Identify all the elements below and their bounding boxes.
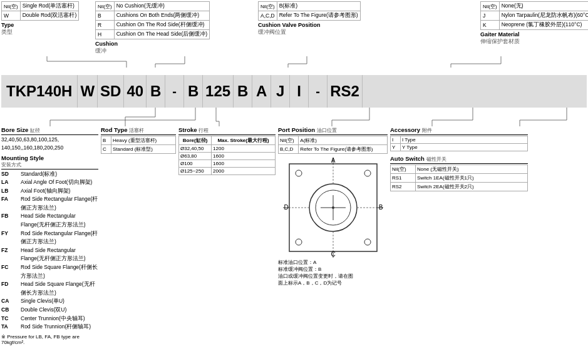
port-nil-row: Nil(空) A(标准) bbox=[279, 136, 388, 145]
stroke-title-text: Stroke bbox=[178, 126, 197, 133]
bore-title-jp: 缸径 bbox=[30, 128, 40, 133]
mount-fd-desc: Head Side Square Flange(无杆侧长方形法兰) bbox=[21, 280, 98, 297]
mc-sd: SD bbox=[98, 75, 124, 108]
acc-i-desc: I Type bbox=[401, 136, 528, 144]
cushion-valve-section: Nil(空) B(标准) A,C,D Refer To The Figure(请… bbox=[258, 1, 377, 55]
diagram-note2: 标准缓冲阀位置：B bbox=[278, 266, 388, 273]
mc-j: J bbox=[271, 75, 290, 108]
mc-rs2: RS2 bbox=[328, 75, 363, 108]
port-bcd-desc: Refer To The Figure(请参考图形) bbox=[299, 145, 388, 154]
stroke-bore-1: Ø32,40,50 bbox=[179, 145, 212, 153]
stroke-row-3: Ø100 1600 bbox=[179, 160, 276, 168]
acc-i-code: I bbox=[391, 136, 401, 144]
mc-tkp140h: TKP140H bbox=[1, 75, 78, 108]
mount-title-text: Mounting Style bbox=[1, 154, 44, 161]
svg-text:B: B bbox=[378, 204, 383, 211]
switch-rs1-desc: Switch 1EA(磁性开关1只) bbox=[416, 174, 528, 183]
stroke-header: Bore(缸径) Max. Stroke(最大行程) bbox=[179, 136, 276, 145]
stroke-title-jp: 行程 bbox=[199, 128, 209, 133]
bore-title: Bore Size 缸径 bbox=[1, 126, 98, 134]
svg-point-39 bbox=[364, 239, 371, 245]
bore-title-text: Bore Size bbox=[1, 126, 28, 133]
cv-acd-desc: Refer To The Figure(请参考图形) bbox=[277, 11, 360, 21]
rod-b-code: B bbox=[101, 136, 111, 145]
stroke-col-max: Max. Stroke(最大行程) bbox=[212, 136, 276, 145]
acc-i-row: I I Type bbox=[391, 136, 528, 144]
bottom-area: Bore Size 缸径 32,40,50,63,80,100,125,140,… bbox=[0, 126, 588, 345]
rod-c-row: C Standard (标准型) bbox=[101, 145, 176, 154]
mount-fa-desc: Rod Side Rectangular Flange(杆侧正方形法兰) bbox=[21, 195, 98, 212]
gaiter-k-code: K bbox=[481, 21, 500, 30]
gaiter-nil-desc: None(无) bbox=[499, 2, 588, 11]
mount-fz-desc: Head Side Rectangular Flange(无杆侧正方形法兰) bbox=[21, 246, 98, 263]
mc-b1: B bbox=[147, 75, 165, 108]
svg-point-35 bbox=[332, 206, 334, 209]
svg-text:C: C bbox=[331, 251, 335, 258]
stroke-bore-2: Ø63,80 bbox=[179, 153, 212, 160]
stroke-title: Stroke 行程 bbox=[178, 126, 276, 134]
accessory-section: Accessory 附件 I I Type Y Y Type bbox=[390, 126, 528, 151]
cv-label-row: Cushion Valve Position bbox=[258, 22, 377, 28]
mc-w: W bbox=[78, 75, 98, 108]
mount-tc: TCCenter Trunnion(中央轴耳) bbox=[1, 315, 98, 323]
gaiter-k-desc: Neoprene (氯丁橡胶外层)(110°C) bbox=[499, 21, 588, 30]
connector-lines-top bbox=[0, 55, 588, 75]
mount-lb-desc: Axial Foot(轴向脚架) bbox=[21, 187, 70, 196]
stroke-max-3: 1600 bbox=[212, 160, 276, 168]
acc-y-code: Y bbox=[391, 144, 401, 151]
svg-text:D: D bbox=[284, 204, 288, 211]
diagram-note4: 面上标示A，B，C，D为记号 bbox=[278, 280, 388, 286]
mc-i: I bbox=[290, 75, 309, 108]
mount-sd-desc: Standard(标准) bbox=[21, 170, 57, 179]
mount-fy: FYRod Side Rectangular Flange(杆侧正方形法兰) bbox=[1, 230, 98, 246]
cushion-label-row: Cushion bbox=[95, 41, 258, 47]
rod-b-desc: Heavy (重型活塞杆) bbox=[111, 136, 176, 145]
type-table: Nil(空) Single Rod(单活塞杆) W Double Rod(双活塞… bbox=[1, 1, 79, 21]
gaiter-label: Gaiter Material bbox=[480, 31, 520, 38]
mount-la: LAAxial Angle Of Foot(切向脚架) bbox=[1, 178, 98, 187]
bore-size-section: Bore Size 缸径 32,40,50,63,80,100,125,140,… bbox=[1, 126, 98, 152]
gaiter-table: Nil(空) None(无) J Nylon Tarpaulin(尼龙防水帆布)… bbox=[480, 1, 588, 30]
mount-items-list: SDStandard(标准) LAAxial Angle Of Foot(切向脚… bbox=[1, 170, 98, 331]
connector-lines-bottom bbox=[0, 108, 588, 126]
mc-125: 125 bbox=[203, 75, 234, 108]
mount-ta-desc: Rod Side Trunnion(杆侧轴耳) bbox=[21, 323, 91, 331]
switch-rs2-desc: Switch 2EA(磁性开关2只) bbox=[416, 183, 528, 191]
stroke-row-2: Ø63,80 1600 bbox=[179, 153, 276, 160]
bore-mount-col: Bore Size 缸径 32,40,50,63,80,100,125,140,… bbox=[1, 126, 98, 345]
mount-fz: FZHead Side Rectangular Flange(无杆侧正方形法兰) bbox=[1, 246, 98, 263]
stroke-bore-4: Ø125~250 bbox=[179, 168, 212, 175]
acc-switch-col: Accessory 附件 I I Type Y Y Type bbox=[390, 126, 528, 345]
acc-table: I I Type Y Y Type bbox=[390, 136, 528, 151]
cushion-b-desc: Cushions On Both Ends(两侧缓冲) bbox=[114, 11, 209, 21]
mount-fy-desc: Rod Side Rectangular Flange(杆侧正方形法兰) bbox=[21, 230, 98, 246]
mount-fb: FBHead Side Rectangular Flange(无杆侧正方形法兰) bbox=[1, 212, 98, 229]
bore-values: 32,40,50,63,80,100,125,140,150,,160,180,… bbox=[1, 136, 98, 152]
mount-ca: CASingle Clevis(单U) bbox=[1, 297, 98, 306]
svg-point-38 bbox=[296, 239, 302, 245]
mount-cb: CBDouble Clevis(双U) bbox=[1, 306, 98, 315]
mount-tc-desc: Center Trunnion(中央轴耳) bbox=[21, 315, 85, 323]
mc-40: 40 bbox=[124, 75, 147, 108]
type-w-code: W bbox=[2, 11, 21, 21]
cushion-h-code: H bbox=[96, 30, 115, 39]
switch-title-text: Auto Switch bbox=[390, 155, 425, 162]
switch-rs1-code: RS1 bbox=[391, 174, 416, 183]
diagram-notes: 标准油口位置：A 标准缓冲阀位置：B 油口或缓冲阀位置变更时，请在图 面上标示A… bbox=[278, 259, 388, 286]
type-label: Type bbox=[1, 22, 14, 28]
mc-b3: B bbox=[234, 75, 252, 108]
auto-switch-section: Auto Switch 磁性开关 Nil(空) None (无磁性开关) RS1… bbox=[390, 155, 528, 191]
switch-rs2-row: RS2 Switch 2EA(磁性开关2只) bbox=[391, 183, 528, 191]
mount-fc: FCRod Side Square Flange(杆侧长方形法兰) bbox=[1, 263, 98, 280]
svg-text:A: A bbox=[331, 158, 335, 164]
port-table: Nil(空) A(标准) B,C,D Refer To The Figure(请… bbox=[278, 136, 388, 154]
mount-sub-text: 安装方式 bbox=[1, 161, 98, 168]
switch-nil-code: Nil(空) bbox=[391, 165, 416, 174]
acc-title-jp: 附件 bbox=[422, 128, 432, 133]
top-region: Nil(空) Single Rod(单活塞杆) W Double Rod(双活塞… bbox=[0, 0, 588, 55]
acc-y-desc: Y Type bbox=[401, 144, 528, 151]
stroke-row-4: Ø125~250 2000 bbox=[179, 168, 276, 175]
cv-label: Cushion Valve Position bbox=[258, 22, 321, 28]
mount-fa: FARod Side Rectangular Flange(杆侧正方形法兰) bbox=[1, 195, 98, 212]
cushion-label-jp: 缓冲 bbox=[95, 47, 258, 55]
